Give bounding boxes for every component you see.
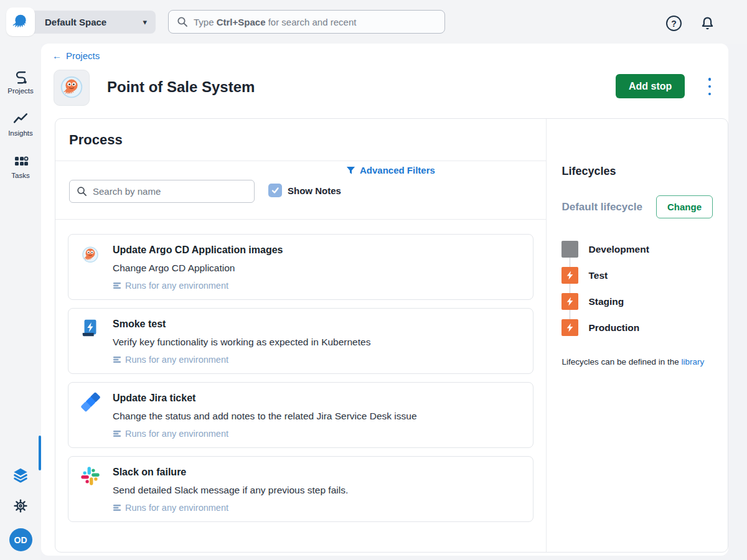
- step-body: Update Argo CD Application images Change…: [113, 244, 283, 291]
- help-button[interactable]: ?: [666, 16, 682, 31]
- page-title: Point of Sale System: [107, 78, 255, 96]
- octopus-logo-icon: [11, 12, 30, 31]
- octopus-logo[interactable]: [6, 7, 35, 36]
- process-card: Process Advanced Filters: [55, 118, 728, 553]
- global-search-input[interactable]: Type Ctrl+Space for search and recent: [168, 10, 445, 34]
- advanced-filters-label: Advanced Filters: [360, 165, 435, 175]
- check-icon: [271, 186, 280, 195]
- project-avatar: [54, 70, 90, 106]
- slack-step-icon: [78, 466, 102, 513]
- lifecycles-panel: Lifecycles Default lifecycle Change Deve…: [546, 119, 728, 552]
- show-notes-checkbox[interactable]: [268, 184, 282, 197]
- step-description: Change the status and add notes to the r…: [113, 410, 417, 422]
- process-column: Process Advanced Filters: [55, 119, 546, 552]
- sidebar-item-tasks[interactable]: Tasks: [0, 153, 41, 179]
- environments-icon: [113, 281, 121, 290]
- funnel-icon: [346, 166, 355, 175]
- step-search-input[interactable]: [93, 186, 247, 197]
- step-title: Update Argo CD Application images: [113, 244, 283, 256]
- step-body: Update Jira ticket Change the status and…: [113, 392, 417, 439]
- phase-label: Production: [588, 322, 639, 334]
- show-notes-label: Show Notes: [288, 185, 341, 196]
- step-environment-meta: Runs for any environment: [113, 429, 417, 439]
- tasks-icon: [12, 153, 29, 169]
- settings-button[interactable]: [13, 498, 28, 513]
- sidebar-item-label: Insights: [8, 129, 33, 137]
- step-environment-meta: Runs for any environment: [113, 355, 370, 365]
- lifecycles-heading: Lifecycles: [561, 165, 713, 178]
- sidebar-item-label: Projects: [7, 87, 34, 95]
- step-body: Slack on failure Send detailed Slack mes…: [113, 466, 348, 513]
- bolt-phase-icon: [561, 319, 578, 336]
- projects-icon: [12, 68, 29, 85]
- change-lifecycle-button[interactable]: Change: [656, 195, 713, 218]
- step-description: Verify key functionality is working as e…: [113, 336, 370, 348]
- phase-label: Test: [588, 270, 608, 281]
- sidebar-item-insights[interactable]: Insights: [0, 111, 41, 137]
- lifecycles-note: Lifecycles can be defined in the library: [561, 357, 713, 368]
- process-filters: Advanced Filters Show Notes: [55, 161, 546, 220]
- add-stop-button[interactable]: Add stop: [616, 74, 685, 98]
- question-icon: ?: [671, 19, 677, 29]
- environments-icon: [113, 355, 121, 364]
- process-step[interactable]: Update Jira ticket Change the status and…: [68, 382, 533, 448]
- search-icon: [77, 186, 87, 197]
- lifecycle-phases: Development Test Staging: [561, 241, 713, 336]
- script-step-icon: [78, 318, 102, 365]
- sidebar-item-label: Tasks: [11, 172, 29, 179]
- lifecycle-phase: Test: [561, 267, 713, 284]
- search-icon: [177, 16, 188, 27]
- top-bar: Default Space ▾ Type Ctrl+Space for sear…: [0, 0, 747, 44]
- step-title: Update Jira ticket: [113, 392, 417, 404]
- jira-step-icon: [78, 392, 102, 439]
- bell-icon: [699, 15, 716, 32]
- lifecycle-phase: Production: [561, 319, 713, 336]
- process-step[interactable]: Update Argo CD Application images Change…: [68, 234, 533, 300]
- advanced-filters-link[interactable]: Advanced Filters: [346, 165, 435, 175]
- sidebar-item-projects[interactable]: Projects: [0, 68, 41, 95]
- step-environment-meta: Runs for any environment: [113, 281, 283, 291]
- current-lifecycle-label: Default lifecycle: [561, 201, 642, 213]
- environments-icon: [113, 429, 121, 438]
- process-steps-list: Update Argo CD Application images Change…: [55, 220, 546, 522]
- gear-icon: [13, 498, 28, 513]
- sidebar-item-deployments[interactable]: [11, 466, 30, 485]
- breadcrumb-label: Projects: [66, 50, 100, 61]
- environments-icon: [113, 503, 121, 512]
- space-name: Default Space: [45, 17, 143, 27]
- library-link[interactable]: library: [682, 357, 705, 366]
- step-description: Send detailed Slack message if any previ…: [113, 484, 348, 497]
- process-step[interactable]: Smoke test Verify key functionality is w…: [68, 308, 533, 374]
- step-body: Smoke test Verify key functionality is w…: [113, 318, 370, 365]
- phase-label: Development: [588, 244, 649, 255]
- left-sidebar: Projects Insights Tasks: [0, 44, 41, 560]
- notifications-button[interactable]: [699, 15, 716, 32]
- step-search-box: [69, 180, 255, 203]
- layers-icon: [11, 466, 30, 485]
- user-avatar[interactable]: OD: [9, 528, 32, 551]
- back-arrow-icon: ←: [52, 50, 62, 61]
- step-description: Change Argo CD Application: [113, 262, 283, 274]
- main-content: ← Projects Point of Sale System Add stop…: [41, 44, 728, 556]
- phase-connector-line: [570, 250, 570, 327]
- bolt-phase-icon: [561, 267, 578, 284]
- octopus-step-icon: [78, 244, 102, 291]
- step-title: Smoke test: [113, 318, 370, 330]
- global-search-placeholder: Type Ctrl+Space for search and recent: [194, 17, 356, 27]
- overflow-menu-button[interactable]: [705, 78, 715, 95]
- phase-label: Staging: [588, 296, 624, 307]
- step-environment-meta: Runs for any environment: [113, 503, 348, 513]
- space-switcher[interactable]: Default Space ▾: [15, 11, 156, 34]
- bolt-phase-icon: [561, 293, 578, 310]
- chevron-down-icon: ▾: [143, 17, 147, 27]
- show-notes-toggle[interactable]: Show Notes: [268, 184, 341, 197]
- insights-icon: [12, 111, 29, 127]
- project-octopus-icon: [57, 73, 86, 102]
- process-heading: Process: [69, 132, 123, 148]
- process-step[interactable]: Slack on failure Send detailed Slack mes…: [68, 456, 533, 522]
- lifecycle-phase: Staging: [561, 293, 713, 310]
- avatar-initials: OD: [14, 535, 27, 545]
- development-phase-icon: [561, 241, 578, 258]
- breadcrumb-back-link[interactable]: ← Projects: [52, 50, 100, 61]
- lifecycle-phase: Development: [561, 241, 713, 258]
